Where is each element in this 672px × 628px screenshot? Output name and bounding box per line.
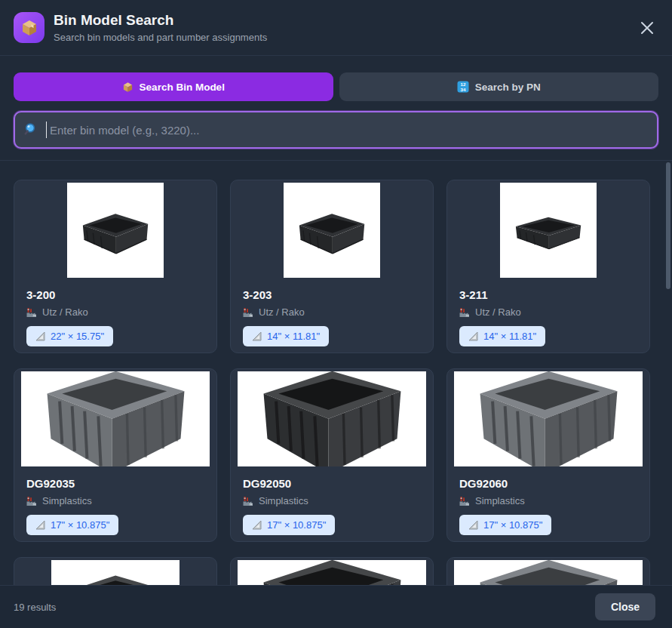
bin-card[interactable] <box>230 557 434 585</box>
svg-text:34: 34 <box>460 87 465 92</box>
card-body: DG92050 Simplastics <box>231 467 433 535</box>
card-photo <box>500 183 597 278</box>
bin-box-image <box>468 560 630 585</box>
bin-box-image <box>35 371 197 466</box>
card-photo-wrap <box>231 558 433 585</box>
close-icon[interactable] <box>636 17 658 39</box>
scrollbar-thumb[interactable] <box>666 162 670 289</box>
manufacturer-name: Simplastics <box>42 495 92 506</box>
card-photo-wrap <box>14 369 216 467</box>
manufacturer-row: Utz / Rako <box>26 306 204 318</box>
bin-card[interactable]: DG92060 Simplastics <box>446 368 650 542</box>
manufacturer-name: Simplastics <box>475 495 525 506</box>
dialog-footer: 19 results Close <box>0 585 672 628</box>
manufacturer-name: Utz / Rako <box>42 306 88 318</box>
bin-card[interactable] <box>446 557 650 585</box>
bin-box-image <box>60 565 170 585</box>
tab-label: Search by PN <box>475 82 541 93</box>
dimensions-text: 22" × 15.75" <box>51 331 104 342</box>
ruler-icon <box>35 520 45 530</box>
dimensions-text: 17" × 10.875" <box>267 519 326 531</box>
card-photo-wrap <box>231 180 433 279</box>
results-count: 19 results <box>14 602 56 613</box>
card-body: DG92060 Simplastics <box>447 467 649 535</box>
dimensions-text: 14" × 11.81" <box>267 331 320 342</box>
tab-search-bin-model[interactable]: Search Bin Model <box>14 72 333 101</box>
card-body: 3-203 Utz / Rako <box>231 279 433 346</box>
factory-icon <box>459 307 470 318</box>
dimensions-text: 14" × 11.81" <box>483 331 536 342</box>
card-photo <box>454 560 643 585</box>
manufacturer-row: Simplastics <box>26 495 204 506</box>
bin-box-image <box>468 371 630 466</box>
card-photo-wrap <box>447 180 649 279</box>
numbers-icon: 12 34 <box>457 81 469 93</box>
dimensions-text: 17" × 10.875" <box>483 519 542 531</box>
dimensions-badge: 22" × 15.75" <box>26 326 113 346</box>
manufacturer-row: Simplastics <box>243 495 421 506</box>
bin-card[interactable] <box>14 557 217 585</box>
card-photo <box>21 371 210 466</box>
bin-model-name: DG92050 <box>243 477 421 490</box>
search-section: Search Bin Model 12 34 Search by PN <box>0 56 672 161</box>
manufacturer-row: Utz / Rako <box>243 306 421 318</box>
tab-label: Search Bin Model <box>140 82 225 93</box>
dialog-subtitle: Search bin models and part number assign… <box>54 32 267 43</box>
manufacturer-name: Utz / Rako <box>259 306 305 318</box>
ruler-icon <box>252 520 262 530</box>
dialog-header: Bin Model Search Search bin models and p… <box>0 0 672 56</box>
close-button[interactable]: Close <box>595 593 655 620</box>
package-icon <box>122 82 133 93</box>
ruler-icon <box>468 331 478 341</box>
tab-search-by-pn[interactable]: 12 34 Search by PN <box>339 72 659 101</box>
bin-box-image <box>251 560 413 585</box>
factory-icon <box>459 496 470 506</box>
card-photo <box>67 183 164 278</box>
manufacturer-row: Utz / Rako <box>459 306 637 318</box>
ruler-icon <box>468 520 478 530</box>
bin-model-name: DG92035 <box>26 477 204 490</box>
factory-icon <box>243 307 253 318</box>
dimensions-text: 17" × 10.875" <box>51 519 109 531</box>
dimensions-badge: 14" × 11.81" <box>459 326 545 346</box>
factory-icon <box>26 496 37 506</box>
bin-box-image <box>251 371 413 466</box>
card-photo-wrap <box>231 369 433 467</box>
bin-card[interactable]: 3-203 Utz / Rako <box>230 180 434 353</box>
manufacturer-name: Utz / Rako <box>475 306 521 318</box>
bin-card[interactable]: DG92050 Simplastics <box>230 368 434 542</box>
header-titles: Bin Model Search Search bin models and p… <box>54 12 267 43</box>
results-area: 3-200 Utz / Rako <box>0 161 672 585</box>
card-photo-wrap <box>447 369 649 467</box>
dimensions-badge: 17" × 10.875" <box>459 515 551 535</box>
dialog-title: Bin Model Search <box>54 12 267 29</box>
bin-model-name: 3-211 <box>459 288 637 301</box>
factory-icon <box>243 496 253 506</box>
card-photo <box>51 560 180 585</box>
bin-model-search-input[interactable] <box>14 111 658 149</box>
manufacturer-row: Simplastics <box>459 495 637 506</box>
card-body: 3-200 Utz / Rako <box>14 279 216 346</box>
card-photo-wrap <box>14 558 216 585</box>
bin-card[interactable]: 3-200 Utz / Rako <box>14 180 217 353</box>
bin-model-name: 3-203 <box>243 288 421 301</box>
card-photo <box>238 371 426 466</box>
bin-card[interactable]: DG92035 Simplastics <box>14 368 217 542</box>
header-left: Bin Model Search Search bin models and p… <box>14 12 267 43</box>
card-photo-wrap <box>14 180 216 279</box>
bin-tray-image <box>290 199 373 263</box>
card-photo <box>284 183 380 278</box>
ruler-icon <box>35 331 45 341</box>
bin-tray-image <box>507 205 590 256</box>
bin-tray-image <box>74 199 157 263</box>
factory-icon <box>26 307 37 318</box>
card-body: 3-211 Utz / Rako <box>447 279 649 346</box>
bin-model-name: 3-200 <box>26 288 204 301</box>
bin-card[interactable]: 3-211 Utz / Rako <box>446 180 650 353</box>
search-box <box>14 111 658 149</box>
bin-model-name: DG92060 <box>459 477 637 490</box>
card-photo <box>454 371 643 466</box>
card-body: DG92035 Simplastics <box>14 467 216 535</box>
card-photo <box>238 560 426 585</box>
results-grid: 3-200 Utz / Rako <box>14 180 658 585</box>
